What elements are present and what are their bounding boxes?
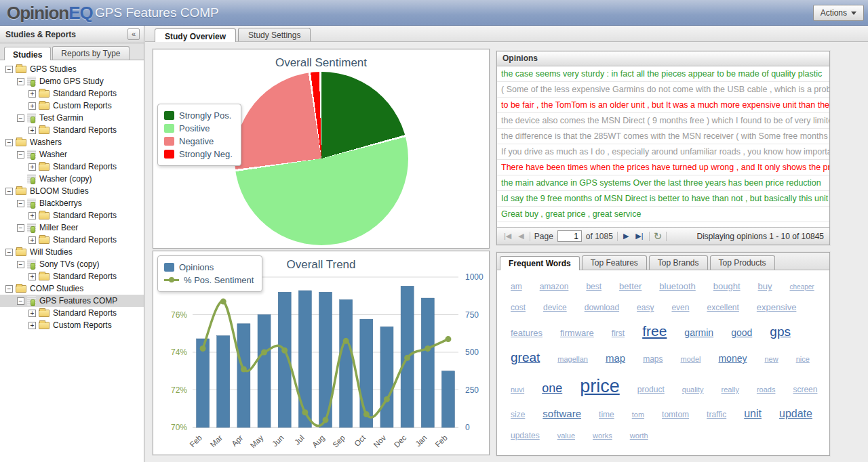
- line-marker-4[interactable]: [281, 348, 288, 354]
- collapse-icon[interactable]: −: [17, 261, 24, 268]
- tree-item-sony-tvs-copy-[interactable]: −Sony TVs (copy): [0, 258, 144, 270]
- word-cloud-term[interactable]: time: [599, 410, 614, 419]
- sidebar-tab-reports-by-type[interactable]: Reports by Type: [52, 46, 129, 60]
- opinion-row[interactable]: to be fair , the TomTom is an older unit…: [497, 98, 829, 113]
- word-cloud-term[interactable]: price: [580, 376, 620, 397]
- bar-oct-8[interactable]: [360, 319, 373, 427]
- tree-item-gps-features-comp[interactable]: −GPS Features COMP: [0, 295, 144, 307]
- bar-feb-0[interactable]: [197, 339, 210, 427]
- word-cloud-term[interactable]: maps: [643, 354, 663, 364]
- bar-feb-12[interactable]: [441, 371, 454, 427]
- word-cloud-term[interactable]: excellent: [707, 303, 738, 312]
- word-cloud-term[interactable]: garmin: [684, 327, 713, 338]
- tree-item-miller-beer[interactable]: −Miller Beer: [0, 222, 144, 234]
- tree-item-standard-reports[interactable]: +Standard Reports: [0, 161, 144, 173]
- word-cloud-term[interactable]: bought: [713, 281, 741, 291]
- expand-icon[interactable]: +: [28, 236, 36, 244]
- word-cloud-term[interactable]: software: [542, 408, 581, 419]
- line-marker-10[interactable]: [404, 355, 410, 361]
- word-cloud-term[interactable]: good: [731, 327, 752, 338]
- word-cloud-term[interactable]: magellan: [557, 355, 588, 363]
- collapse-icon[interactable]: −: [5, 285, 13, 293]
- tree-item-standard-reports[interactable]: +Standard Reports: [0, 87, 144, 100]
- opinion-row[interactable]: ( Some of the less expensive Garmins do …: [497, 82, 829, 98]
- line-marker-5[interactable]: [302, 409, 308, 415]
- word-cloud-term[interactable]: cheaper: [790, 283, 814, 291]
- tree-item-gps-studies[interactable]: −GPS Studies: [0, 63, 144, 75]
- collapse-icon[interactable]: −: [5, 249, 13, 256]
- word-cloud-term[interactable]: tom: [632, 411, 644, 419]
- line-marker-9[interactable]: [384, 396, 390, 402]
- word-cloud-term[interactable]: device: [543, 303, 567, 312]
- word-cloud-term[interactable]: am: [511, 282, 522, 291]
- line-marker-6[interactable]: [323, 417, 329, 423]
- word-cloud-term[interactable]: update: [779, 408, 812, 420]
- word-cloud-term[interactable]: even: [671, 303, 689, 312]
- tree-item-comp-studies[interactable]: −COMP Studies: [0, 282, 144, 295]
- legend-item[interactable]: Strongly Pos.: [164, 109, 233, 122]
- tab-frequent-words[interactable]: Frequent Words: [500, 256, 580, 270]
- word-cloud-term[interactable]: firmware: [560, 328, 594, 338]
- line-marker-0[interactable]: [200, 345, 206, 352]
- word-cloud-term[interactable]: expensive: [757, 302, 797, 312]
- tree-item-standard-reports[interactable]: +Standard Reports: [0, 307, 144, 319]
- page-number-input[interactable]: [557, 230, 582, 242]
- word-cloud-term[interactable]: unit: [744, 408, 762, 420]
- tab-top-products[interactable]: Top Products: [710, 255, 775, 270]
- tree-item-demo-gps-study[interactable]: −Demo GPS Study: [0, 75, 144, 87]
- collapse-icon[interactable]: −: [5, 139, 13, 146]
- next-page-button[interactable]: ▶: [622, 232, 630, 240]
- tree-item-washer-copy-[interactable]: Washer (copy): [0, 173, 144, 185]
- tree-item-will-studies[interactable]: −Will Studies: [0, 246, 144, 258]
- sidebar-tab-studies[interactable]: Studies: [4, 47, 51, 60]
- tree-item-standard-reports[interactable]: +Standard Reports: [0, 270, 144, 282]
- tree-item-standard-reports[interactable]: +Standard Reports: [0, 234, 144, 246]
- legend-item[interactable]: Negative: [164, 135, 233, 148]
- opinion-row[interactable]: the device also comes the MSN Direct ( 9…: [497, 113, 829, 129]
- opinion-row[interactable]: Great buy , great price , great service: [497, 207, 829, 222]
- word-cloud-term[interactable]: download: [585, 303, 619, 312]
- word-cloud-term[interactable]: best: [586, 282, 601, 291]
- line-marker-2[interactable]: [241, 366, 247, 372]
- word-cloud-term[interactable]: buy: [758, 281, 772, 291]
- word-cloud-term[interactable]: new: [764, 355, 778, 363]
- tree-item-washer[interactable]: −Washer: [0, 148, 144, 161]
- prev-page-button[interactable]: ◀: [517, 232, 525, 240]
- word-cloud-term[interactable]: works: [593, 432, 612, 440]
- word-cloud-term[interactable]: features: [511, 328, 542, 338]
- last-page-button[interactable]: ▶|: [634, 232, 644, 240]
- word-cloud-term[interactable]: nice: [796, 355, 810, 363]
- first-page-button[interactable]: |◀: [502, 232, 513, 240]
- word-cloud-term[interactable]: one: [542, 381, 562, 396]
- tree-item-standard-reports[interactable]: +Standard Reports: [0, 124, 144, 136]
- collapse-icon[interactable]: −: [17, 151, 24, 159]
- word-cloud-term[interactable]: roads: [757, 385, 776, 394]
- expand-icon[interactable]: +: [28, 212, 36, 219]
- collapse-icon[interactable]: −: [17, 224, 24, 232]
- bar-jul-5[interactable]: [298, 291, 311, 427]
- legend-item[interactable]: Opinions: [164, 261, 254, 274]
- expand-icon[interactable]: +: [28, 127, 36, 134]
- word-cloud-term[interactable]: really: [722, 385, 739, 394]
- word-cloud-term[interactable]: worth: [630, 432, 648, 440]
- expand-icon[interactable]: +: [28, 322, 36, 329]
- collapse-icon[interactable]: −: [17, 297, 24, 305]
- tab-study-settings[interactable]: Study Settings: [238, 28, 311, 41]
- word-cloud-term[interactable]: map: [606, 352, 625, 364]
- word-cloud-term[interactable]: first: [612, 329, 625, 338]
- expand-icon[interactable]: +: [28, 310, 36, 317]
- opinion-row[interactable]: If you drive as much as I do , especiall…: [497, 144, 829, 160]
- word-cloud-term[interactable]: quality: [682, 385, 704, 394]
- tree-item-test-garmin[interactable]: −Test Garmin: [0, 112, 144, 124]
- word-cloud-term[interactable]: gps: [770, 324, 791, 339]
- word-cloud-term[interactable]: easy: [637, 303, 654, 312]
- tab-top-brands[interactable]: Top Brands: [649, 255, 708, 270]
- opinion-row[interactable]: the main advance in GPS systems Over the…: [497, 175, 829, 191]
- word-cloud-term[interactable]: better: [619, 281, 642, 291]
- bar-sep-7[interactable]: [340, 299, 353, 427]
- tree-item-standard-reports[interactable]: +Standard Reports: [0, 209, 144, 222]
- tree-item-custom-reports[interactable]: +Custom Reports: [0, 319, 144, 331]
- refresh-icon[interactable]: ↻: [654, 232, 663, 241]
- expand-icon[interactable]: +: [28, 163, 36, 171]
- tab-top-features[interactable]: Top Features: [582, 255, 647, 270]
